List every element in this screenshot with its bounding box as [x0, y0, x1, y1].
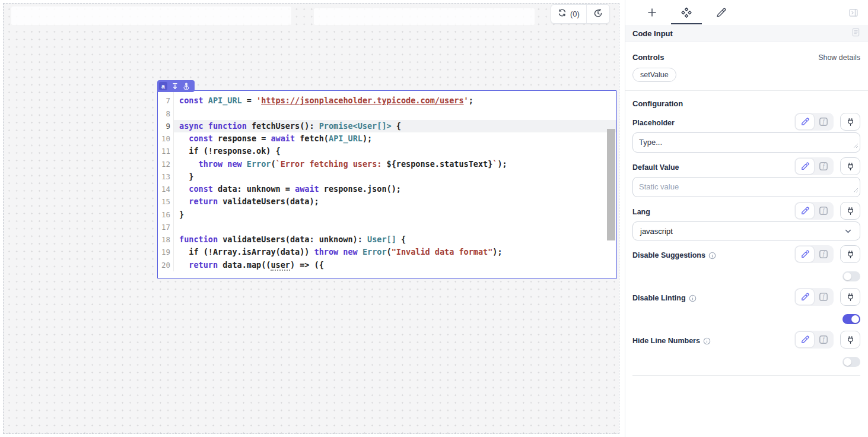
- anchor-icon[interactable]: [183, 83, 190, 90]
- svg-text:f: f: [822, 251, 825, 257]
- lang-select[interactable]: javascript: [632, 221, 860, 240]
- bottom-divider: [632, 375, 860, 376]
- collapse-panel-icon[interactable]: [848, 8, 859, 18]
- disable-linting-toggle[interactable]: [842, 314, 860, 324]
- code-text[interactable]: [174, 107, 616, 120]
- code-line-19[interactable]: 19 if (!Array.isArray(data)) throw new E…: [158, 246, 616, 258]
- code-line-13[interactable]: 13 }: [158, 170, 616, 183]
- code-line-12[interactable]: 12 throw new Error(`Error fetching users…: [158, 158, 616, 170]
- doc-notes-icon[interactable]: [851, 27, 861, 40]
- property-pane: Code Input Controls Show details setValu…: [625, 0, 868, 437]
- svg-text:f: f: [822, 294, 825, 300]
- widget-title-bar: Code Input: [625, 25, 868, 42]
- static-mode-button[interactable]: [796, 289, 814, 305]
- code-line-6[interactable]: 6: [158, 90, 616, 94]
- code-line-10[interactable]: 10 const response = await fetch(API_URL)…: [158, 132, 616, 145]
- evaluation-count: (0): [570, 10, 580, 18]
- js-mode-button[interactable]: f: [814, 289, 832, 305]
- line-number: 7: [158, 94, 174, 107]
- code-text[interactable]: [174, 90, 616, 94]
- static-mode-button[interactable]: [796, 332, 814, 347]
- info-icon[interactable]: [708, 252, 716, 259]
- js-mode-button[interactable]: f: [814, 332, 832, 347]
- code-text[interactable]: function validateUsers(data: unknown): U…: [174, 233, 616, 246]
- static-mode-button[interactable]: [796, 114, 814, 129]
- js-mode-button[interactable]: f: [814, 114, 832, 129]
- code-line-17[interactable]: 17: [158, 221, 616, 233]
- code-line-11[interactable]: 11 if (!response.ok) {: [158, 145, 616, 157]
- svg-text:f: f: [822, 163, 825, 169]
- chevron-down-icon: [844, 227, 853, 236]
- property-row-placeholder: PlaceholderfType...: [632, 113, 860, 153]
- code-line-9[interactable]: 9async function fetchUsers(): Promise<Us…: [158, 120, 616, 132]
- widget-toolbar[interactable]: a: [157, 80, 195, 92]
- control-chip-setValue[interactable]: setValue: [632, 68, 676, 82]
- js-mode-button[interactable]: f: [814, 159, 832, 174]
- hide-line-numbers-toggle[interactable]: [842, 357, 860, 367]
- bind-data-button[interactable]: [840, 331, 860, 349]
- code-line-16[interactable]: 16}: [158, 208, 616, 221]
- disable-suggestions-toggle[interactable]: [842, 271, 860, 281]
- property-row-default-value: Default ValuefStatic value: [632, 157, 860, 197]
- property-row-hide-line-numbers: Hide Line Numbersf: [632, 331, 860, 369]
- refresh-evaluations-button[interactable]: (0): [551, 5, 586, 23]
- bind-data-button[interactable]: [840, 245, 860, 263]
- placeholder-input[interactable]: Type...: [632, 132, 860, 153]
- show-details-link[interactable]: Show details: [818, 53, 860, 62]
- code-text[interactable]: return validateUsers(data);: [174, 195, 616, 208]
- code-input-widget[interactable]: 67const API_URL = 'https://jsonplacehold…: [157, 90, 617, 279]
- code-text[interactable]: if (!Array.isArray(data)) throw new Erro…: [174, 246, 616, 258]
- code-text[interactable]: [174, 221, 616, 233]
- code-text[interactable]: const API_URL = 'https://jsonplaceholder…: [174, 94, 616, 107]
- js-mode-button[interactable]: f: [814, 246, 832, 262]
- scroll-into-view-icon[interactable]: [171, 83, 179, 90]
- code-line-20[interactable]: 20 return data.map((user) => ({: [158, 259, 616, 271]
- code-text[interactable]: const data: unknown = await response.jso…: [174, 183, 616, 195]
- property-label: Lang: [632, 208, 650, 220]
- widget-name-badge[interactable]: a: [159, 82, 167, 90]
- property-pane-tabs: [625, 0, 868, 25]
- code-line-14[interactable]: 14 const data: unknown = await response.…: [158, 183, 616, 195]
- canvas-top-strip: [11, 7, 291, 25]
- property-label: Disable Linting: [632, 294, 697, 306]
- info-icon[interactable]: [689, 294, 697, 302]
- widget-title: Code Input: [632, 29, 673, 38]
- code-line-7[interactable]: 7const API_URL = 'https://jsonplaceholde…: [158, 94, 616, 107]
- bind-data-button[interactable]: [840, 157, 860, 175]
- app-root: (0) a: [0, 0, 868, 437]
- tab-widget-properties[interactable]: [669, 1, 704, 24]
- code-editor-scrollbar[interactable]: [607, 129, 615, 240]
- default-value-input[interactable]: Static value: [632, 177, 860, 197]
- controls-section-title: Controls: [632, 53, 664, 62]
- static-mode-button[interactable]: [796, 246, 814, 262]
- static-mode-button[interactable]: [796, 203, 814, 218]
- line-number: 16: [158, 208, 174, 221]
- code-text[interactable]: if (!response.ok) {: [174, 145, 616, 157]
- canvas-action-pill: (0): [551, 4, 610, 24]
- code-text[interactable]: async function fetchUsers(): Promise<Use…: [174, 120, 616, 132]
- property-row-disable-linting: Disable Lintingf: [632, 288, 860, 326]
- bind-data-button[interactable]: [840, 288, 860, 306]
- bind-data-button[interactable]: [840, 113, 860, 131]
- resize-grip-icon[interactable]: [853, 185, 859, 195]
- tab-style[interactable]: [704, 1, 738, 24]
- bind-data-button[interactable]: [840, 202, 860, 220]
- code-text[interactable]: }: [174, 208, 616, 221]
- property-label: Default Value: [632, 163, 679, 175]
- binding-controls: f: [794, 245, 860, 263]
- code-text[interactable]: throw new Error(`Error fetching users: $…: [174, 158, 616, 170]
- code-line-18[interactable]: 18function validateUsers(data: unknown):…: [158, 233, 616, 246]
- editor-canvas[interactable]: (0) a: [0, 0, 625, 437]
- js-mode-button[interactable]: f: [814, 203, 832, 218]
- code-text[interactable]: const response = await fetch(API_URL);: [174, 132, 616, 145]
- static-mode-button[interactable]: [796, 159, 814, 174]
- history-button[interactable]: [586, 5, 609, 23]
- resize-grip-icon[interactable]: [853, 140, 859, 151]
- code-line-15[interactable]: 15 return validateUsers(data);: [158, 195, 616, 208]
- tab-add[interactable]: [635, 1, 669, 24]
- code-text[interactable]: return data.map((user) => ({: [174, 259, 616, 271]
- code-line-8[interactable]: 8: [158, 107, 616, 120]
- info-icon[interactable]: [703, 337, 711, 345]
- code-text[interactable]: }: [174, 170, 616, 183]
- binding-controls: f: [794, 157, 860, 175]
